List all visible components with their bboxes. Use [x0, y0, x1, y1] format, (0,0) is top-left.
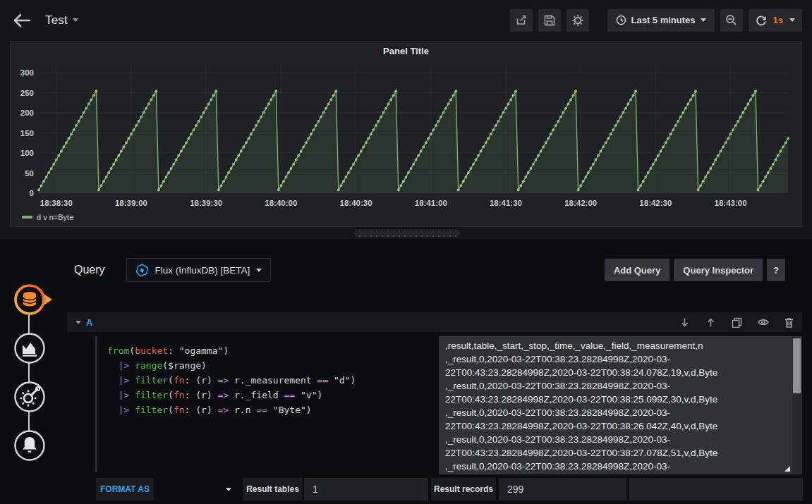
eye-icon[interactable] — [758, 317, 769, 327]
back-arrow-icon — [13, 13, 31, 28]
help-button[interactable]: ? — [767, 259, 785, 281]
tab-queries[interactable] — [11, 282, 44, 314]
gear-icon — [571, 14, 584, 27]
csv-result-text: ,result,table,_start,_stop,_time,_value,… — [445, 339, 787, 474]
tab-visualization[interactable] — [13, 332, 46, 364]
legend-item[interactable]: d v n=Byte — [22, 213, 73, 221]
svg-text:18:41:00: 18:41:00 — [415, 199, 447, 207]
scrollbar-thumb[interactable] — [793, 338, 801, 393]
svg-text:300: 300 — [20, 68, 34, 77]
bell-icon — [13, 429, 46, 462]
svg-text:150: 150 — [20, 129, 34, 137]
svg-text:18:43:00: 18:43:00 — [715, 199, 747, 207]
svg-text:18:38:30: 18:38:30 — [40, 199, 73, 207]
chevron-down-icon — [789, 18, 795, 22]
graph-icon — [13, 332, 46, 364]
svg-text:18:39:30: 18:39:30 — [190, 199, 222, 207]
influxdb-logo-icon — [135, 264, 149, 277]
query-inspector-button[interactable]: Query Inspector — [674, 259, 763, 281]
share-button[interactable] — [510, 9, 533, 32]
datasource-picker[interactable]: Flux (InfluxDB) [BETA] — [126, 258, 272, 282]
flux-query-editor[interactable]: from(bucket: "ogamma") |> range($range) … — [95, 336, 437, 472]
result-records-label: Result records — [431, 478, 496, 500]
result-records-value[interactable]: 299 — [499, 478, 626, 500]
svg-text:100: 100 — [20, 149, 34, 157]
svg-text:18:40:00: 18:40:00 — [265, 199, 297, 207]
trash-icon[interactable] — [784, 317, 794, 328]
time-series-chart[interactable]: 05010015020025030018:38:3018:39:0018:39:… — [11, 61, 803, 211]
refresh-icon — [756, 15, 767, 26]
tab-general[interactable] — [13, 381, 46, 413]
result-tables-label: Result tables — [243, 478, 303, 500]
edit-section: Query Flux (InfluxDB) [BETA] Add Query Q… — [0, 239, 812, 504]
navbar: Test Last 5 minutes — [0, 0, 812, 40]
svg-text:0: 0 — [30, 189, 34, 197]
share-icon — [515, 14, 527, 26]
svg-text:18:42:30: 18:42:30 — [639, 199, 672, 207]
query-section-header: Query Flux (InfluxDB) [BETA] Add Query Q… — [74, 256, 785, 284]
dashboard-title[interactable]: Test — [45, 13, 68, 27]
database-icon — [11, 282, 55, 317]
move-down-icon[interactable] — [679, 317, 690, 328]
format-bar-filler — [629, 478, 803, 500]
scrollbar-track[interactable] — [792, 337, 801, 474]
chevron-down-icon[interactable] — [73, 18, 78, 22]
result-tables-value[interactable]: 1 — [304, 478, 428, 500]
svg-text:18:42:00: 18:42:00 — [564, 199, 597, 207]
format-bar: FORMAT AS Result tables 1 Result records… — [0, 478, 812, 500]
refresh-interval-label: 1s — [773, 15, 783, 25]
format-as-select[interactable] — [155, 478, 238, 500]
panel-title[interactable]: Panel Title — [11, 46, 801, 56]
collapse-caret-icon[interactable] — [75, 321, 81, 324]
time-range-picker[interactable]: Last 5 minutes — [607, 9, 715, 32]
svg-text:50: 50 — [25, 169, 34, 178]
svg-text:200: 200 — [20, 109, 34, 117]
clock-icon — [616, 15, 626, 25]
query-result-textarea[interactable]: ,result,table,_start,_stop,_time,_value,… — [439, 336, 802, 474]
query-row-header: A — [67, 312, 802, 332]
resize-grip-icon[interactable] — [784, 465, 791, 472]
tab-connector-line — [28, 300, 30, 445]
panel-resize-handle[interactable] — [354, 231, 460, 237]
chevron-down-icon — [226, 488, 231, 491]
panel-settings-button[interactable] — [566, 9, 589, 32]
zoom-out-icon — [725, 14, 737, 26]
legend-swatch — [22, 216, 32, 219]
query-section-title: Query — [74, 264, 105, 276]
zoom-out-button[interactable] — [720, 9, 743, 32]
back-button[interactable] — [10, 8, 34, 32]
chevron-down-icon — [256, 269, 262, 272]
move-up-icon[interactable] — [705, 317, 716, 328]
svg-text:18:40:30: 18:40:30 — [340, 199, 372, 207]
svg-text:18:39:00: 18:39:00 — [115, 199, 147, 207]
add-query-button[interactable]: Add Query — [605, 259, 669, 281]
datasource-label: Flux (InfluxDB) [BETA] — [155, 265, 250, 276]
time-range-label: Last 5 minutes — [631, 15, 696, 25]
save-button[interactable] — [538, 9, 561, 32]
svg-text:18:41:30: 18:41:30 — [490, 199, 522, 207]
chevron-down-icon — [701, 18, 706, 22]
query-ref-id[interactable]: A — [86, 317, 92, 328]
svg-text:250: 250 — [20, 89, 34, 97]
save-icon — [544, 15, 555, 26]
duplicate-icon[interactable] — [732, 317, 742, 328]
gear-wrench-icon — [13, 381, 46, 413]
graph-panel: Panel Title 05010015020025030018:38:3018… — [10, 41, 802, 227]
format-as-label: FORMAT AS — [96, 478, 154, 500]
tab-alert[interactable] — [13, 429, 46, 462]
legend-label: d v n=Byte — [37, 213, 73, 221]
refresh-picker[interactable]: 1s — [749, 9, 802, 32]
